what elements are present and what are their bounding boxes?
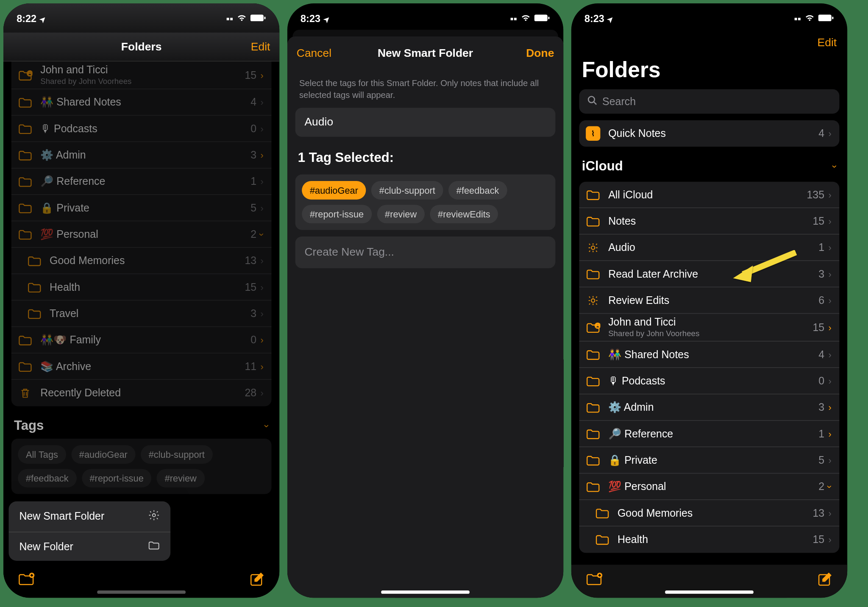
screen-folders-main: 8:23 ▪▪ Edit Folders Search ⌇ Quick Note… — [571, 3, 847, 598]
row-label: Audio — [608, 242, 818, 253]
folder-icon — [586, 481, 600, 493]
screen-folders-with-popover: 8:22 ▪▪ Folders Edit John and TicciShare… — [3, 3, 279, 598]
chevron-right-icon: › — [261, 334, 264, 345]
tags-header[interactable]: Tags › — [3, 412, 279, 436]
tag-pill[interactable]: #club-support — [141, 445, 213, 464]
folder-row[interactable]: ⚙️ Admin3› — [579, 394, 840, 420]
folder-row[interactable]: John and TicciShared by John Voorhees15› — [11, 61, 272, 89]
svg-rect-8 — [548, 16, 549, 19]
compose-button[interactable] — [817, 571, 832, 591]
row-label: 🎙 Podcasts — [608, 375, 818, 387]
row-label: ⚙️ Admin — [40, 149, 250, 161]
folder-row[interactable]: Health15› — [11, 274, 272, 301]
row-count: 1 — [818, 428, 824, 440]
folder-row[interactable]: 📚 Archive11› — [11, 354, 272, 380]
tag-pill[interactable]: #audioGear — [71, 445, 135, 464]
new-folder-button[interactable] — [18, 572, 35, 590]
folder-row[interactable]: Read Later Archive3› — [579, 261, 840, 287]
tag-pill[interactable]: #report-issue — [82, 469, 152, 487]
folder-row[interactable]: Good Memories13› — [11, 248, 272, 274]
battery-icon — [534, 12, 550, 23]
tag-pill[interactable]: #review — [157, 469, 205, 487]
folder-icon — [586, 268, 600, 280]
folder-row[interactable]: Health15› — [579, 526, 840, 553]
row-count: 15 — [812, 321, 824, 333]
status-icons: ▪▪ — [794, 12, 834, 23]
row-count: 3 — [250, 307, 256, 319]
tag-pill[interactable]: #club-support — [371, 181, 443, 200]
folder-row[interactable]: 👫 Shared Notes4› — [11, 89, 272, 116]
new-smart-folder-option[interactable]: New Smart Folder — [8, 501, 170, 532]
folder-row[interactable]: 🔒 Private5› — [579, 447, 840, 473]
row-count: 4 — [250, 96, 256, 108]
folder-row[interactable]: 🔎 Reference1› — [11, 169, 272, 195]
folder-row[interactable]: 🎙 Podcasts0› — [579, 368, 840, 394]
row-label: Health — [50, 281, 245, 293]
folder-icon — [18, 96, 32, 108]
folder-row[interactable]: 🎙 Podcasts0› — [11, 116, 272, 142]
tag-pill[interactable]: #feedback — [18, 469, 76, 487]
tag-pill[interactable]: #report-issue — [302, 205, 372, 224]
row-label: Notes — [608, 215, 812, 227]
folder-icon — [586, 401, 600, 413]
row-label: 📚 Archive — [40, 360, 245, 373]
chevron-right-icon: › — [828, 508, 831, 518]
search-input[interactable]: Search — [579, 89, 840, 114]
folder-row[interactable]: 🔒 Private5› — [11, 195, 272, 221]
edit-button[interactable]: Edit — [818, 36, 837, 49]
folder-row[interactable]: Recently Deleted28› — [11, 380, 272, 406]
svg-point-13 — [591, 298, 595, 302]
folder-row[interactable]: 💯 Personal2› — [579, 473, 840, 500]
folder-icon — [27, 307, 42, 319]
tag-pill[interactable]: #feedback — [448, 181, 507, 200]
home-indicator[interactable] — [381, 590, 470, 594]
status-icons: ▪▪ — [510, 12, 550, 23]
new-folder-button[interactable] — [586, 572, 603, 590]
quick-notes-row[interactable]: ⌇ Quick Notes 4 › — [579, 120, 840, 147]
status-bar: 8:23 ▪▪ — [571, 3, 847, 33]
chevron-right-icon: › — [261, 308, 264, 319]
cancel-button[interactable]: Cancel — [297, 47, 331, 60]
folder-row[interactable]: Travel3› — [11, 301, 272, 327]
quick-notes-section: ⌇ Quick Notes 4 › — [579, 120, 840, 147]
home-indicator[interactable] — [97, 590, 186, 594]
screen-new-smart-folder: 8:23 ▪▪ Cancel New Smart Folder Done Sel… — [287, 3, 563, 598]
folder-row[interactable]: John and TicciShared by John Voorhees15› — [579, 314, 840, 341]
tag-pill[interactable]: #audioGear — [302, 181, 366, 200]
row-label: John and TicciShared by John Voorhees — [608, 316, 812, 338]
folder-row[interactable]: All iCloud135› — [579, 182, 840, 208]
folder-row[interactable]: Review Edits6› — [579, 287, 840, 314]
edit-button[interactable]: Edit — [251, 40, 270, 53]
create-new-tag-button[interactable]: Create New Tag... — [295, 237, 556, 269]
tag-pill[interactable]: All Tags — [18, 445, 66, 464]
folder-row[interactable]: 👫 Shared Notes4› — [579, 342, 840, 368]
home-indicator[interactable] — [665, 590, 754, 594]
folder-row[interactable]: 👫🐶 Family0› — [11, 327, 272, 353]
folder-row[interactable]: ⚙️ Admin3› — [11, 142, 272, 168]
location-icon — [324, 12, 330, 23]
compose-button[interactable] — [249, 571, 265, 591]
folder-row[interactable]: Notes15› — [579, 208, 840, 234]
tag-pill[interactable]: #reviewEdits — [430, 205, 498, 224]
folder-name-input[interactable]: Audio — [295, 108, 556, 137]
new-folder-option[interactable]: New Folder — [8, 532, 170, 561]
row-label: ⚙️ Admin — [608, 401, 818, 414]
status-icons: ▪▪ — [226, 12, 266, 23]
folder-icon — [586, 375, 600, 387]
folder-row[interactable]: Audio1› — [579, 234, 840, 261]
done-button[interactable]: Done — [526, 47, 554, 60]
status-bar: 8:22 ▪▪ — [3, 3, 279, 33]
tag-pill[interactable]: #review — [377, 205, 425, 224]
folder-icon — [18, 228, 32, 240]
row-label: 💯 Personal — [608, 480, 818, 493]
folder-icon — [595, 534, 609, 546]
folder-row[interactable]: Good Memories13› — [579, 500, 840, 526]
folder-icon — [27, 255, 42, 267]
row-label: Good Memories — [50, 255, 245, 267]
icloud-header[interactable]: iCloud › — [571, 152, 847, 177]
folder-row[interactable]: 💯 Personal2› — [11, 221, 272, 248]
row-label: Review Edits — [608, 294, 818, 306]
row-label: Health — [618, 534, 812, 546]
folder-row[interactable]: 🔎 Reference1› — [579, 421, 840, 447]
signal-icon: ▪▪ — [226, 12, 234, 23]
